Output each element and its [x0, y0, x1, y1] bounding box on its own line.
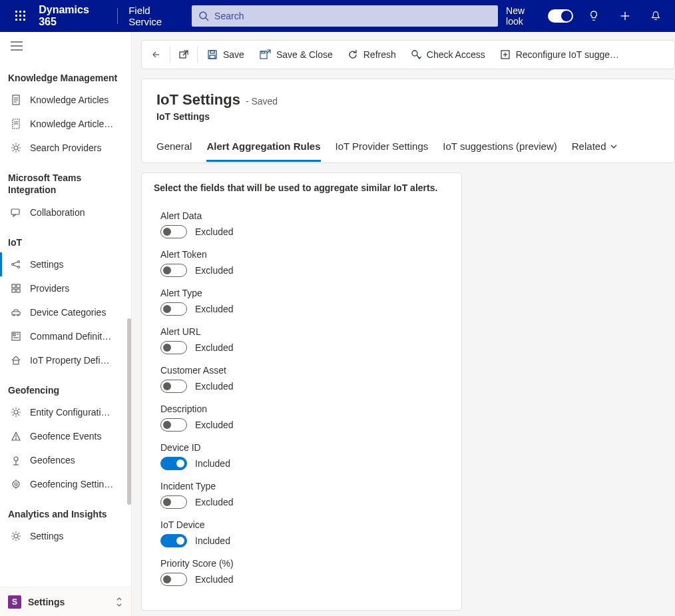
- svg-rect-61: [210, 55, 215, 59]
- save-button[interactable]: Save: [200, 43, 251, 67]
- field-toggle[interactable]: [160, 341, 187, 354]
- svg-rect-40: [13, 334, 15, 336]
- nodes-icon: [10, 259, 22, 270]
- car-icon: [10, 307, 22, 318]
- open-new-button[interactable]: [173, 43, 194, 67]
- tab[interactable]: Related: [572, 135, 618, 162]
- cmd-icon: [10, 331, 22, 342]
- sidebar-item-label: Geofences: [30, 455, 75, 465]
- sidebar-item[interactable]: Geofence Events: [0, 424, 131, 448]
- field-label: Priority Score (%): [160, 558, 449, 569]
- field-toggle[interactable]: [160, 302, 187, 316]
- svg-rect-60: [210, 51, 214, 53]
- field-toggle[interactable]: [160, 264, 187, 277]
- field-state: Included: [195, 458, 230, 469]
- field-toggle[interactable]: [160, 418, 187, 432]
- svg-point-44: [14, 410, 18, 414]
- sidebar-item[interactable]: Command Definit…: [0, 324, 131, 348]
- svg-rect-32: [12, 284, 15, 288]
- hamburger-icon: [11, 41, 23, 51]
- back-button[interactable]: [146, 43, 167, 67]
- field-label: Description: [160, 404, 449, 414]
- sidebar-item[interactable]: Geofencing Settin…: [0, 472, 131, 496]
- sidebar-item[interactable]: Knowledge Articles: [0, 88, 131, 112]
- sidebar-item[interactable]: Search Providers: [0, 136, 131, 160]
- svg-rect-1: [19, 11, 21, 13]
- updown-icon: [115, 597, 123, 607]
- chevron-down-icon: [610, 143, 618, 151]
- gear-icon: [10, 407, 22, 418]
- nav-section-title: Geofencing: [0, 372, 131, 400]
- cmd-divider: [197, 47, 198, 63]
- tab[interactable]: Alert Aggregation Rules: [206, 135, 320, 162]
- sidebar-item-label: Collaboration: [30, 207, 85, 218]
- sidebar-item[interactable]: Knowledge Article…: [0, 112, 131, 136]
- nav-section-title: Analytics and Insights: [0, 496, 131, 524]
- sidebar-item[interactable]: Providers: [0, 276, 131, 300]
- field-state: Excluded: [195, 342, 234, 353]
- save-close-button[interactable]: Save & Close: [252, 43, 339, 67]
- save-label: Save: [223, 49, 244, 60]
- reconfigure-button[interactable]: Reconfigure IoT sugge…: [493, 43, 626, 67]
- sidebar-item[interactable]: Device Categories: [0, 300, 131, 324]
- saved-indicator: - Saved: [246, 96, 278, 107]
- tab[interactable]: IoT Provider Settings: [336, 135, 429, 162]
- aggregation-field: Alert Type Excluded: [160, 288, 449, 316]
- lightbulb-icon: [588, 10, 600, 22]
- area-label: Settings: [28, 597, 109, 607]
- save-close-label: Save & Close: [276, 49, 333, 60]
- field-toggle[interactable]: [160, 380, 187, 393]
- refresh-button[interactable]: Refresh: [341, 43, 403, 67]
- aggregation-field: Priority Score (%) Excluded: [160, 558, 449, 586]
- sidebar-item[interactable]: IoT Property Defi…: [0, 348, 131, 372]
- sidebar-item-label: Geofencing Settin…: [30, 479, 113, 489]
- page-title: IoT Settings: [156, 91, 240, 109]
- sidebar-item-label: IoT Property Defi…: [30, 355, 110, 366]
- tab[interactable]: General: [156, 135, 192, 162]
- waffle-icon: [15, 11, 26, 21]
- app-launcher[interactable]: [5, 0, 36, 32]
- field-toggle[interactable]: [160, 225, 187, 238]
- app-label[interactable]: Field Service: [128, 5, 184, 27]
- field-toggle[interactable]: [160, 457, 187, 470]
- lightbulb-button[interactable]: [580, 0, 608, 32]
- sidebar-item-label: Device Categories: [30, 307, 106, 318]
- svg-rect-7: [19, 19, 21, 21]
- grid-icon: [10, 283, 22, 294]
- new-look-toggle[interactable]: New look: [506, 5, 573, 27]
- aggregation-field: IoT Device Included: [160, 519, 449, 547]
- page-header-card: IoT Settings - Saved IoT Settings Genera…: [141, 79, 675, 163]
- sidebar-item[interactable]: Entity Configurati…: [0, 400, 131, 424]
- house-icon: [10, 355, 22, 366]
- aggregation-field: Incident Type Excluded: [160, 481, 449, 509]
- reconfigure-label: Reconfigure IoT sugge…: [516, 49, 619, 60]
- nav-section-title: IoT: [0, 224, 131, 252]
- svg-point-55: [14, 534, 18, 538]
- svg-rect-34: [12, 289, 15, 292]
- nav-section-title: Microsoft Teams Integration: [0, 160, 131, 200]
- sidebar-item[interactable]: Settings: [0, 524, 131, 548]
- global-search[interactable]: [192, 5, 498, 27]
- topbar-divider: [117, 8, 118, 24]
- search-input[interactable]: [214, 11, 491, 21]
- sidebar-scrollbar[interactable]: [127, 318, 131, 505]
- sidebar-item[interactable]: Collaboration: [0, 200, 131, 224]
- field-toggle[interactable]: [160, 573, 187, 586]
- sidebar-item[interactable]: Geofences: [0, 448, 131, 472]
- check-access-button[interactable]: Check Access: [404, 43, 492, 67]
- sidebar-toggle[interactable]: [0, 32, 131, 60]
- add-button[interactable]: [611, 0, 639, 32]
- check-access-label: Check Access: [427, 49, 485, 60]
- field-toggle[interactable]: [160, 534, 187, 547]
- new-look-switch[interactable]: [548, 9, 573, 23]
- notifications-button[interactable]: [642, 0, 670, 32]
- brand-label[interactable]: Dynamics 365: [39, 4, 107, 28]
- field-state: Excluded: [195, 497, 234, 507]
- sidebar-item[interactable]: Settings: [0, 252, 131, 276]
- search-icon: [198, 11, 209, 21]
- area-switcher[interactable]: S Settings: [0, 587, 131, 616]
- field-toggle[interactable]: [160, 495, 187, 509]
- tab[interactable]: IoT suggestions (preview): [443, 135, 557, 162]
- back-icon: [151, 49, 162, 60]
- area-badge: S: [8, 595, 21, 609]
